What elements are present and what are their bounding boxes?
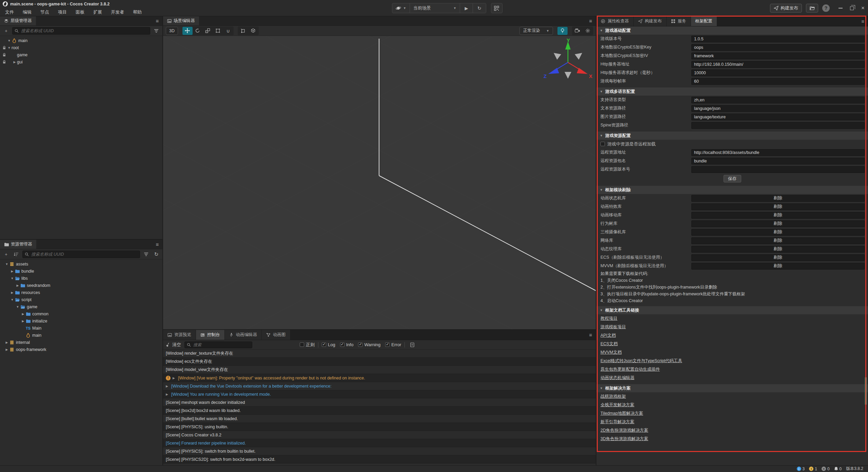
chevron-right-icon[interactable]: ▶ [15, 284, 20, 287]
chevron-down-icon[interactable]: ▼ [7, 39, 12, 42]
field-input[interactable] [691, 166, 865, 173]
doc-link[interactable]: 2D角色扮演游戏解决方案 [600, 428, 648, 433]
doc-link[interactable]: 全栈开发解决方案 [600, 402, 634, 408]
console-search[interactable] [184, 341, 252, 348]
inspector-menu-button[interactable]: ≡ [858, 16, 868, 26]
doc-link[interactable]: API文档 [600, 333, 616, 338]
lighting-toggle-button[interactable] [557, 27, 568, 35]
console-tab-2[interactable]: 动画编辑器 [225, 330, 262, 340]
console-menu-button[interactable]: ≡ [586, 330, 596, 340]
play-button[interactable]: ▶ [460, 3, 473, 13]
scene-viewport[interactable]: Y X Z [163, 36, 596, 329]
field-input[interactable]: language/texture [691, 114, 865, 120]
doc-link[interactable]: Tiledmap地图解决方案 [600, 411, 643, 416]
assets-node-libs[interactable]: ▼libs [0, 275, 162, 282]
hierarchy-filter-button[interactable] [152, 27, 160, 35]
filter-error-checkbox[interactable]: Error [385, 342, 401, 347]
assets-node-script[interactable]: ▼script [0, 296, 162, 303]
menu-item-6[interactable]: 开发者 [106, 8, 129, 16]
log-row[interactable]: [Scene] [box2d]:box2d wasm lib loaded. [163, 407, 596, 415]
status-info-count[interactable]: i 3 [797, 467, 805, 471]
gizmo-pivot-button[interactable] [238, 27, 248, 35]
doc-link[interactable]: MVVM文档 [600, 350, 622, 355]
remove-module-button[interactable]: 剔除 [691, 212, 865, 219]
log-row[interactable]: [Scene] [PHYSICS]: switch from builtin t… [163, 447, 596, 455]
ui-transform-tool-button[interactable]: ∪ [223, 27, 233, 35]
remove-module-button[interactable]: 剔除 [691, 229, 865, 236]
hierarchy-node-game[interactable]: game [0, 51, 162, 58]
console-tab-0[interactable]: 资源预览 [163, 330, 196, 340]
chevron-right-icon[interactable]: ▶ [21, 319, 25, 323]
assets-node-main[interactable]: main [0, 332, 162, 339]
move-tool-button[interactable] [182, 27, 193, 35]
status-notifications[interactable]: 0 [834, 467, 842, 471]
chevron-right-icon[interactable]: ▶ [12, 60, 17, 64]
remove-module-button[interactable]: 剔除 [691, 195, 865, 202]
remote-load-checkbox[interactable]: 游戏中资源是否远程加载 [596, 140, 868, 148]
chevron-right-icon[interactable]: ▶ [4, 341, 9, 344]
section-header-3[interactable]: ▼框架模块剔除 [596, 186, 868, 194]
clear-console-button[interactable]: 清空 [166, 342, 181, 348]
sort-assets-button[interactable] [12, 251, 20, 258]
field-input[interactable]: http://localhost:8083/assets/bundle [691, 149, 865, 156]
log-row[interactable]: [Scene] [PHYSICS2D]: switch from box2d-w… [163, 455, 596, 464]
doc-link[interactable]: 教程项目 [600, 316, 617, 321]
doc-link[interactable]: ECS文档 [600, 341, 618, 347]
field-input[interactable]: http://192.168.0.150/main/ [691, 61, 865, 68]
tab-hierarchy[interactable]: 层级管理器 [0, 16, 36, 25]
hierarchy-node-main[interactable]: ▼main [0, 37, 162, 44]
chevron-down-icon[interactable]: ▼ [10, 277, 15, 280]
field-input[interactable] [691, 122, 865, 129]
minimize-button[interactable] [839, 8, 843, 8]
doc-link[interactable]: 动画状态机编辑器 [600, 375, 634, 381]
create-asset-button[interactable]: ＋ [2, 251, 10, 258]
menu-item-3[interactable]: 项目 [54, 8, 71, 16]
chevron-down-icon[interactable]: ▼ [7, 46, 12, 50]
remove-module-button[interactable]: 剔除 [691, 263, 865, 270]
section-header-2[interactable]: ▼游戏资源配置 [596, 132, 868, 140]
inspector-tab-2[interactable]: 服务 [667, 16, 691, 26]
log-row[interactable]: !▶[Window] [Vue warn]: Property "onInput… [163, 374, 596, 382]
inspector-tab-1[interactable]: 构建发布 [634, 16, 667, 26]
doc-link[interactable]: 3D角色扮演游戏解决方案 [600, 436, 648, 442]
build-publish-button[interactable]: 构建发布 [770, 4, 802, 13]
assets-node-common[interactable]: ▶common [0, 310, 162, 317]
device-preview-button[interactable] [491, 3, 502, 13]
field-input[interactable]: oops [691, 44, 865, 51]
remove-module-button[interactable]: 剔除 [691, 203, 865, 210]
console-tab-3[interactable]: 动画图 [262, 330, 291, 340]
tab-assets[interactable]: 资源管理器 [0, 240, 36, 249]
hierarchy-node-gui[interactable]: ▶gui [0, 58, 162, 65]
assets-node-resources[interactable]: ▶resources [0, 289, 162, 296]
assets-node-internal[interactable]: ▶internal [0, 339, 162, 346]
remove-module-button[interactable]: 剔除 [691, 254, 865, 261]
filter-log-checkbox[interactable]: Log [322, 342, 335, 347]
inspector-tab-0[interactable]: 属性检查器 [596, 16, 634, 26]
console-tab-1[interactable]: 控制台 [196, 330, 225, 340]
field-input[interactable]: 1.0.5 [691, 36, 865, 42]
menu-item-4[interactable]: 面板 [71, 8, 89, 16]
field-input[interactable]: zh,en [691, 97, 865, 103]
chevron-down-icon[interactable]: ▼ [10, 298, 15, 301]
doc-link[interactable]: 战棋游戏框架 [600, 394, 626, 399]
assets-node-seedrandom[interactable]: ▶seedrandom [0, 282, 162, 289]
chevron-right-icon[interactable]: ▶ [4, 348, 9, 351]
chevron-right-icon[interactable]: ▶ [166, 393, 169, 396]
menu-item-5[interactable]: 扩展 [89, 8, 106, 16]
chevron-right-icon[interactable]: ▶ [173, 376, 176, 380]
console-search-input[interactable] [193, 342, 250, 348]
scale-tool-button[interactable] [203, 27, 213, 35]
log-row[interactable]: [Scene] [bullet]:bullet wasm lib loaded. [163, 415, 596, 423]
rotate-tool-button[interactable] [193, 27, 203, 35]
chevron-down-icon[interactable]: ▼ [15, 305, 20, 309]
save-button[interactable]: 保存 [724, 175, 741, 182]
tab-scene-editor[interactable]: 场景编辑器 [163, 16, 199, 25]
render-mode-dropdown[interactable]: 正常渲染 ▼ [519, 27, 553, 35]
assets-node-initialize[interactable]: ▶initialize [0, 317, 162, 324]
log-row[interactable]: [Scene] [PHYSICS]: using builtin. [163, 423, 596, 431]
refresh-assets-button[interactable]: ↻ [152, 251, 160, 258]
assets-filter-button[interactable] [142, 251, 150, 258]
chevron-down-icon[interactable]: ▼ [4, 262, 9, 266]
gizmo-space-button[interactable] [248, 27, 258, 35]
regex-checkbox[interactable]: 正则 [300, 342, 315, 348]
